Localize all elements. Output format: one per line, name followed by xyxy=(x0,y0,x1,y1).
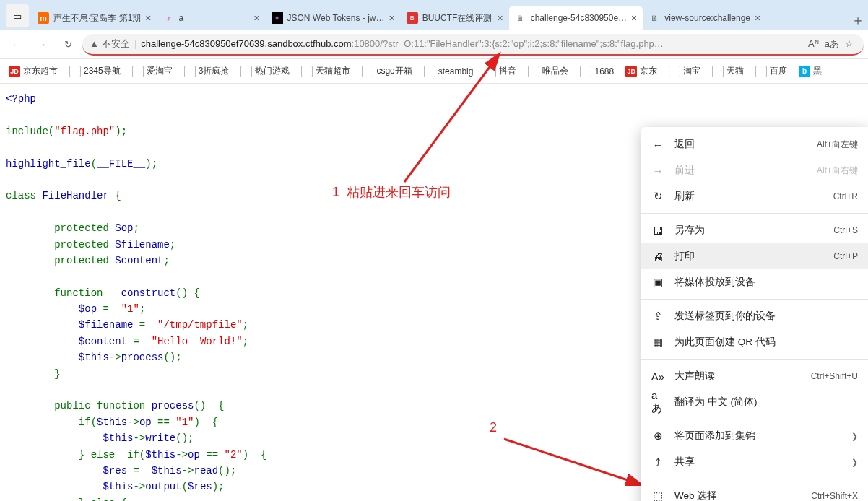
address-toolbar: ← → ↻ ▲ 不安全 | challenge-54c830950ef70639… xyxy=(0,30,868,59)
context-menu: ←返回Alt+向左键→前进Alt+向右键↻刷新Ctrl+R🖫另存为Ctrl+S🖨… xyxy=(641,127,868,501)
context-menu-item[interactable]: ⬚Web 选择Ctrl+Shift+X xyxy=(641,483,868,501)
bookmark-item[interactable]: 百度 xyxy=(751,62,791,80)
tab[interactable]: 🗎view-source:challenge× xyxy=(643,6,766,30)
bookmark-item[interactable]: 1688 xyxy=(576,63,618,80)
translate-icon[interactable]: aあ xyxy=(825,38,839,51)
context-menu-item[interactable]: ⤴共享❯ xyxy=(641,449,868,475)
back-button[interactable]: ← xyxy=(4,33,27,56)
bookmark-item[interactable]: 3折疯抢 xyxy=(180,62,234,80)
bookmark-item[interactable]: 唯品会 xyxy=(524,62,573,80)
context-menu-item-accelerator: Ctrl+R xyxy=(833,191,858,201)
bookmark-label: 唯品会 xyxy=(542,65,568,77)
tab[interactable]: m声生不息·宝岛季 第1期× xyxy=(32,6,157,30)
title-bar: ▭ m声生不息·宝岛季 第1期×♪a×✶JSON Web Tokens - jw… xyxy=(0,0,868,30)
context-menu-item-icon: ⊕ xyxy=(651,430,664,443)
close-tab-icon[interactable]: × xyxy=(631,12,637,24)
bookmark-item[interactable]: csgo开箱 xyxy=(357,62,416,80)
context-menu-item[interactable]: ←返回Alt+向左键 xyxy=(641,131,868,157)
bookmark-item[interactable]: 2345导航 xyxy=(65,62,125,80)
warning-icon: ▲ xyxy=(90,38,99,49)
tab[interactable]: 🗎challenge-54c830950e…× xyxy=(509,6,643,30)
context-menu-separator xyxy=(641,359,868,360)
bookmark-item[interactable]: 爱淘宝 xyxy=(128,62,177,80)
bookmark-label: 天猫 xyxy=(726,65,744,77)
url-text: challenge-54c830950ef70639.sandbox.ctfhu… xyxy=(141,38,801,49)
tab[interactable]: ♪a× xyxy=(157,6,266,30)
bookmark-icon: b xyxy=(799,66,810,77)
bookmark-label: 抖音 xyxy=(499,65,516,77)
reload-button[interactable]: ↻ xyxy=(56,33,79,56)
bookmark-item[interactable]: JD京东超市 xyxy=(4,62,62,80)
context-menu-item[interactable]: ▦为此页面创建 QR 代码 xyxy=(641,329,868,355)
bookmark-item[interactable]: 热门游戏 xyxy=(236,62,294,80)
close-tab-icon[interactable]: × xyxy=(389,12,394,24)
bookmark-icon: JD xyxy=(625,66,637,77)
not-secure-indicator[interactable]: ▲ 不安全 xyxy=(90,38,130,51)
bookmark-icon xyxy=(528,66,539,77)
tab-label: BUUCTF在线评测 xyxy=(422,12,493,25)
bookmark-label: 京东超市 xyxy=(23,65,58,77)
context-menu-item[interactable]: 🖨打印Ctrl+P xyxy=(641,243,868,269)
favicon-icon: B xyxy=(407,12,418,24)
tab-actions-button[interactable]: ▭ xyxy=(6,4,29,27)
bookmark-item[interactable]: steambig xyxy=(420,63,478,80)
bookmark-icon xyxy=(580,66,591,77)
close-tab-icon[interactable]: × xyxy=(755,12,760,24)
bookmark-label: 3折疯抢 xyxy=(199,65,230,77)
context-menu-item-icon: 🖫 xyxy=(651,225,664,237)
annotation-2: 2 xyxy=(490,420,497,435)
context-menu-item-label: 打印 xyxy=(674,250,823,263)
context-menu-item[interactable]: ▣将媒体投放到设备 xyxy=(641,269,868,295)
context-menu-item-accelerator: Ctrl+P xyxy=(833,251,858,261)
bookmark-item[interactable]: b黑 xyxy=(794,62,826,80)
new-tab-button[interactable]: ＋ xyxy=(848,10,868,30)
bookmark-label: 1688 xyxy=(594,66,614,77)
context-menu-item[interactable]: A»大声朗读Ctrl+Shift+U xyxy=(641,363,868,389)
address-bar[interactable]: ▲ 不安全 | challenge-54c830950ef70639.sandb… xyxy=(82,34,864,56)
context-menu-separator xyxy=(641,479,868,479)
context-menu-item-icon: ← xyxy=(651,139,664,151)
context-menu-item-label: 将页面添加到集锦 xyxy=(674,430,841,443)
context-menu-item-icon: ▦ xyxy=(651,336,664,349)
tab[interactable]: BBUUCTF在线评测× xyxy=(401,6,509,30)
bookmark-item[interactable]: 淘宝 xyxy=(664,62,705,80)
context-menu-item-label: 共享 xyxy=(674,456,841,469)
bookmark-icon xyxy=(240,66,252,77)
forward-button[interactable]: → xyxy=(30,33,53,56)
context-menu-item-icon: 🖨 xyxy=(651,250,664,263)
context-menu-item[interactable]: ↻刷新Ctrl+R xyxy=(641,183,868,209)
context-menu-item-label: 翻译为 中文 (简体) xyxy=(674,396,858,409)
context-menu-item[interactable]: ⊕将页面添加到集锦❯ xyxy=(641,423,868,449)
close-tab-icon[interactable]: × xyxy=(145,12,151,24)
bookmark-icon xyxy=(712,66,724,77)
tab[interactable]: ✶JSON Web Tokens - jw…× xyxy=(266,6,401,30)
bookmark-item[interactable]: 抖音 xyxy=(480,62,521,80)
chevron-right-icon: ❯ xyxy=(851,432,858,441)
context-menu-item: →前进Alt+向右键 xyxy=(641,157,868,183)
context-menu-item[interactable]: ⇪发送标签页到你的设备 xyxy=(641,303,868,329)
bookmark-icon xyxy=(362,66,373,77)
favorite-star-icon[interactable]: ☆ xyxy=(845,38,854,49)
tabs-row: m声生不息·宝岛季 第1期×♪a×✶JSON Web Tokens - jw…×… xyxy=(32,6,845,30)
context-menu-item-icon: A» xyxy=(651,370,664,383)
separator: | xyxy=(134,38,136,49)
reader-mode-icon[interactable]: Aᴺ xyxy=(808,38,819,49)
context-menu-item-icon: ⤴ xyxy=(651,456,664,469)
bookmark-label: 百度 xyxy=(770,65,787,77)
bookmark-label: csgo开箱 xyxy=(376,65,412,77)
close-tab-icon[interactable]: × xyxy=(497,12,503,24)
bookmark-icon xyxy=(755,66,767,77)
bookmark-item[interactable]: 天猫超市 xyxy=(297,62,355,80)
tab-label: 声生不息·宝岛季 第1期 xyxy=(53,12,141,25)
context-menu-separator xyxy=(641,213,868,214)
bookmark-label: 京东 xyxy=(640,65,657,77)
context-menu-item[interactable]: 🖫另存为Ctrl+S xyxy=(641,217,868,243)
bookmark-label: 2345导航 xyxy=(84,65,121,77)
bookmark-item[interactable]: JD京东 xyxy=(621,62,661,80)
favicon-icon: 🗎 xyxy=(648,12,660,24)
context-menu-item-label: 刷新 xyxy=(674,190,823,203)
bookmark-icon: JD xyxy=(9,66,20,77)
bookmark-item[interactable]: 天猫 xyxy=(708,62,748,80)
close-tab-icon[interactable]: × xyxy=(253,12,259,24)
context-menu-item[interactable]: aあ翻译为 中文 (简体) xyxy=(641,389,868,415)
